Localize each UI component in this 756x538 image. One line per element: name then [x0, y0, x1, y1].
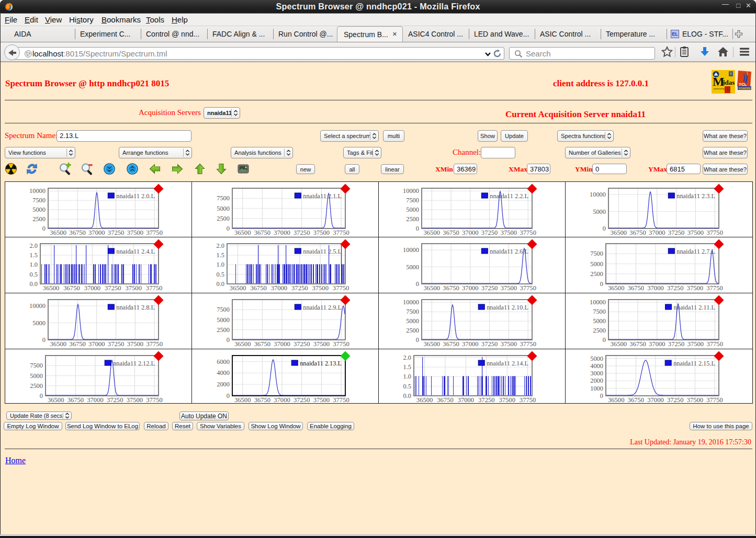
svg-text:1.5: 1.5	[30, 251, 38, 259]
svg-text:nnaida11 2.5.L: nnaida11 2.5.L	[303, 248, 342, 255]
svg-text:36750: 36750	[443, 284, 459, 292]
svg-text:nnaida11 2.4.L: nnaida11 2.4.L	[116, 248, 155, 255]
svg-text:37000: 37000	[462, 340, 478, 348]
svg-text:36750: 36750	[629, 340, 646, 348]
svg-text:2.0: 2.0	[403, 354, 412, 361]
svg-text:0: 0	[227, 225, 230, 232]
svg-text:36500: 36500	[50, 229, 66, 236]
svg-text:nnaida11 2.0.L: nnaida11 2.0.L	[116, 192, 155, 200]
svg-text:nnaida11 2.9.L: nnaida11 2.9.L	[303, 304, 342, 311]
svg-text:0.0: 0.0	[403, 392, 412, 399]
svg-text:36500: 36500	[608, 284, 624, 292]
svg-text:2000: 2000	[590, 377, 603, 384]
svg-text:36500: 36500	[50, 340, 66, 348]
svg-text:37500: 37500	[313, 396, 330, 404]
svg-text:0.0: 0.0	[217, 280, 225, 288]
svg-text:0.0: 0.0	[30, 280, 38, 288]
svg-text:1.5: 1.5	[403, 363, 412, 371]
svg-text:37500: 37500	[687, 396, 703, 404]
svg-text:36500: 36500	[43, 284, 59, 292]
svg-text:2500: 2500	[590, 270, 603, 278]
svg-text:37000: 37000	[84, 284, 100, 292]
svg-text:37750: 37750	[333, 340, 349, 348]
svg-text:36750: 36750	[250, 284, 266, 292]
svg-text:37750: 37750	[146, 396, 162, 404]
svg-text:36500: 36500	[424, 229, 440, 236]
svg-text:37250: 37250	[481, 340, 498, 348]
svg-text:1000: 1000	[590, 385, 603, 392]
svg-text:37250: 37250	[481, 284, 498, 292]
svg-text:5000: 5000	[217, 316, 230, 324]
svg-text:36750: 36750	[67, 396, 84, 404]
svg-text:37750: 37750	[706, 340, 723, 348]
svg-text:1.5: 1.5	[217, 251, 225, 259]
svg-text:36750: 36750	[69, 340, 85, 348]
svg-text:37250: 37250	[294, 229, 310, 236]
svg-text:0: 0	[603, 336, 606, 344]
svg-text:2500: 2500	[217, 215, 230, 222]
svg-text:0: 0	[603, 225, 606, 232]
svg-text:2.0: 2.0	[30, 242, 38, 249]
svg-text:0: 0	[227, 336, 230, 344]
svg-text:37750: 37750	[520, 284, 536, 292]
svg-text:37000: 37000	[647, 284, 663, 292]
svg-text:10000: 10000	[590, 191, 606, 198]
svg-text:36500: 36500	[234, 229, 251, 236]
svg-text:nnaida11 2.1.L: nnaida11 2.1.L	[303, 192, 342, 200]
svg-text:37500: 37500	[687, 229, 704, 236]
svg-text:37250: 37250	[291, 284, 308, 292]
svg-text:0: 0	[600, 280, 603, 288]
svg-text:5000: 5000	[590, 260, 603, 268]
svg-text:37000: 37000	[274, 396, 290, 404]
svg-text:7500: 7500	[32, 197, 46, 204]
svg-text:37500: 37500	[501, 229, 517, 236]
svg-text:7500: 7500	[406, 308, 419, 315]
svg-text:36750: 36750	[254, 229, 270, 236]
svg-text:37250: 37250	[668, 229, 684, 236]
svg-text:37000: 37000	[274, 229, 290, 236]
svg-text:0: 0	[42, 225, 46, 232]
svg-text:37250: 37250	[107, 396, 123, 404]
svg-text:37250: 37250	[294, 396, 310, 404]
svg-text:36500: 36500	[234, 340, 251, 348]
svg-text:nnaida11 2.15.L: nnaida11 2.15.L	[673, 360, 715, 367]
svg-text:7500: 7500	[217, 306, 230, 313]
svg-text:37000: 37000	[649, 229, 665, 236]
svg-text:1.0: 1.0	[403, 373, 412, 380]
svg-text:36500: 36500	[48, 396, 64, 404]
svg-text:37750: 37750	[520, 229, 536, 236]
svg-text:37500: 37500	[127, 340, 143, 348]
svg-text:37750: 37750	[520, 396, 536, 404]
svg-text:10000: 10000	[29, 302, 46, 310]
svg-text:2500: 2500	[30, 382, 43, 390]
svg-text:4000: 4000	[217, 369, 230, 376]
svg-text:36500: 36500	[424, 340, 440, 348]
svg-text:0: 0	[416, 280, 419, 288]
svg-text:5000: 5000	[406, 206, 419, 213]
svg-text:5000: 5000	[590, 355, 603, 362]
svg-text:37750: 37750	[333, 396, 349, 404]
svg-text:5000: 5000	[30, 372, 43, 380]
svg-text:37000: 37000	[274, 340, 290, 348]
svg-text:36750: 36750	[254, 340, 270, 348]
svg-text:36750: 36750	[628, 284, 644, 292]
svg-text:10000: 10000	[590, 299, 606, 306]
svg-text:10000: 10000	[403, 246, 419, 254]
svg-text:37250: 37250	[481, 229, 498, 236]
svg-text:10000: 10000	[29, 187, 46, 194]
svg-text:7500: 7500	[30, 362, 43, 369]
svg-text:nnaida11 2.13.L: nnaida11 2.13.L	[300, 360, 342, 367]
svg-text:4000: 4000	[590, 362, 603, 370]
svg-text:37500: 37500	[499, 396, 515, 404]
svg-text:10000: 10000	[403, 299, 419, 306]
svg-text:37500: 37500	[313, 229, 330, 236]
svg-text:37000: 37000	[88, 340, 105, 348]
svg-text:37000: 37000	[647, 396, 663, 404]
svg-text:37500: 37500	[687, 340, 704, 348]
svg-text:36500: 36500	[424, 284, 440, 292]
svg-text:2.0: 2.0	[217, 242, 225, 249]
svg-text:7500: 7500	[406, 197, 419, 204]
svg-text:2500: 2500	[217, 326, 230, 334]
svg-text:36500: 36500	[611, 229, 627, 236]
svg-text:1.0: 1.0	[30, 261, 38, 268]
